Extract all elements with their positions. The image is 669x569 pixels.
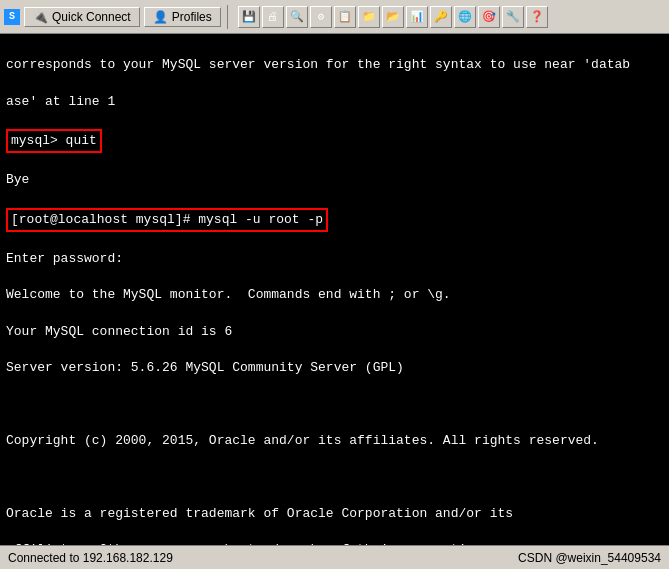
terminal-line-2: ase' at line 1 [6,93,663,111]
status-connection: Connected to 192.168.182.129 [8,551,173,565]
toolbar-btn-4[interactable]: ⚙ [310,6,332,28]
quick-connect-icon: 🔌 [33,10,48,24]
terminal-line-enter-pw: Enter password: [6,250,663,268]
toolbar-divider [227,5,228,29]
terminal-line-quit: mysql> quit [6,129,663,153]
terminal-line-conn-id: Your MySQL connection id is 6 [6,323,663,341]
toolbar-btn-3[interactable]: 🔍 [286,6,308,28]
terminal-line-version: Server version: 5.6.26 MySQL Community S… [6,359,663,377]
toolbar-btn-7[interactable]: 📂 [382,6,404,28]
terminal-line-copyright: Copyright (c) 2000, 2015, Oracle and/or … [6,432,663,450]
toolbar-btn-5[interactable]: 📋 [334,6,356,28]
terminal-line-oracle1: Oracle is a registered trademark of Orac… [6,505,663,523]
terminal-line-mysql-login: [root@localhost mysql]# mysql -u root -p [6,208,663,232]
toolbar-btn-13[interactable]: ❓ [526,6,548,28]
profiles-button[interactable]: 👤 Profiles [144,7,221,27]
toolbar-btn-10[interactable]: 🌐 [454,6,476,28]
terminal[interactable]: corresponds to your MySQL server version… [0,34,669,545]
toolbar-btn-2[interactable]: 🖨 [262,6,284,28]
toolbar-btn-1[interactable]: 💾 [238,6,260,28]
toolbar-btn-12[interactable]: 🔧 [502,6,524,28]
quick-connect-button[interactable]: 🔌 Quick Connect [24,7,140,27]
toolbar-btn-6[interactable]: 📁 [358,6,380,28]
quick-connect-label: Quick Connect [52,10,131,24]
profiles-label: Profiles [172,10,212,24]
status-credit: CSDN @weixin_54409534 [518,551,661,565]
toolbar-btn-8[interactable]: 📊 [406,6,428,28]
terminal-line-blank2 [6,468,663,486]
terminal-line-welcome: Welcome to the MySQL monitor. Commands e… [6,286,663,304]
mysql-login-command-box: [root@localhost mysql]# mysql -u root -p [6,208,328,232]
toolbar-btn-9[interactable]: 🔑 [430,6,452,28]
terminal-line-oracle2: affiliates. Other names may be trademark… [6,541,663,545]
quit-command-box: mysql> quit [6,129,102,153]
terminal-line-1: corresponds to your MySQL server version… [6,56,663,74]
toolbar-icons: 💾 🖨 🔍 ⚙ 📋 📁 📂 📊 🔑 🌐 🎯 🔧 ❓ [238,6,548,28]
toolbar-btn-11[interactable]: 🎯 [478,6,500,28]
profiles-icon: 👤 [153,10,168,24]
app-icon: S [4,9,20,25]
statusbar: Connected to 192.168.182.129 CSDN @weixi… [0,545,669,569]
terminal-line-bye: Bye [6,171,663,189]
titlebar: S 🔌 Quick Connect 👤 Profiles 💾 🖨 🔍 ⚙ 📋 📁… [0,0,669,34]
terminal-line-blank1 [6,396,663,414]
